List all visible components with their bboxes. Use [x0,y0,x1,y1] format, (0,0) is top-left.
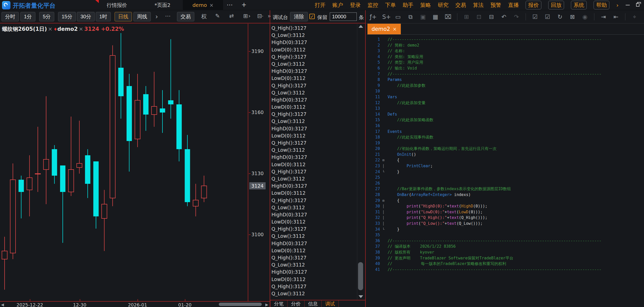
recheck-icon[interactable]: ↻ [557,13,563,20]
code-line-24[interactable]: 24└ } [367,169,644,175]
menu-item-打开[interactable]: 打开 [315,2,325,9]
menu-item-系统[interactable]: 系统 [571,1,587,9]
console-tab-调试[interactable]: 调试 [322,300,339,307]
rights-adjust-icon[interactable]: 权 [201,13,207,20]
candlestick-chart[interactable] [0,24,248,301]
menu-item-交易[interactable]: 交易 [455,2,466,9]
period-button-5分[interactable]: 5分 [39,12,54,21]
menu-item-算法[interactable]: 算法 [473,2,484,9]
price-axis[interactable]: 31903160313031003124 [249,24,270,301]
code-line-12[interactable]: 12 //此处添加变量 [367,100,644,106]
keep-count-input[interactable] [330,12,357,21]
save-all-icon[interactable]: ▦ [432,13,439,20]
periods-expand-icon[interactable]: › [155,13,158,20]
code-line-15[interactable]: 15 //此处添加策略函数 [367,117,644,123]
menu-expand-icon[interactable]: › [616,2,619,8]
menu-item-帮助[interactable]: 帮助 [594,1,609,9]
menu-item-回放[interactable]: 回放 [548,1,564,9]
code-line-19[interactable]: 19 [367,140,644,146]
period-button-15分[interactable]: 15分 [58,12,76,21]
console-output-list[interactable]: Q_High():3127Q_Low():3112HighD(0):3127Lo… [271,24,355,299]
code-line-26[interactable]: 26 [367,180,644,186]
period-button-分时[interactable]: 分时 [2,12,19,21]
period-button-30分[interactable]: 30分 [77,12,95,21]
scroll-left-icon[interactable]: ◀ [1,302,4,307]
console-tab-分笔[interactable]: 分笔 [270,300,287,307]
export-icon[interactable]: ⇤ [613,13,619,20]
code-line-33[interactable]: 33│ print("Q_Low():"+text(Q_Low())); [367,221,644,227]
code-line-35[interactable]: 35 [367,232,644,238]
code-line-34[interactable]: 34└ } [367,227,644,232]
period-button-1分[interactable]: 1分 [20,12,35,21]
code-line-4[interactable]: 4 // 类别: 策略应用 [367,54,644,60]
code-line-36[interactable]: 36 //-----------------------------------… [367,238,644,244]
console-scrollbar[interactable] [357,24,365,300]
code-line-14[interactable]: 14 Defs [367,111,644,117]
menu-item-策略[interactable]: 策略 [420,2,431,9]
compile-icon[interactable]: ☑ [532,13,538,20]
batch-check-icon[interactable]: ⊠ [569,13,576,20]
console-scrollbar-thumb[interactable] [358,262,363,290]
period-button-日线[interactable]: 日线 [115,12,132,21]
menu-item-报价[interactable]: 报价 [526,1,541,9]
period-button-周线[interactable]: 周线 [133,12,151,21]
code-line-10[interactable]: 10 [367,88,644,94]
code-line-7[interactable]: 7 //------------------------------------… [367,71,644,77]
code-line-11[interactable]: 11 Vars [367,94,644,100]
code-line-31[interactable]: 31│ print("LowD(0):"+text(LowD(0))); [367,209,644,215]
code-line-41[interactable]: 41 //-----------------------------------… [367,267,644,273]
chart-expand-icon[interactable]: › [248,13,251,19]
code-line-13[interactable]: 13 [367,106,644,111]
open-folder-icon[interactable]: ▭ [395,13,401,20]
code-line-40[interactable]: 40 // 每一版本的TradeBlazer策略修改和重写的权利 [367,261,644,267]
new-strategy-icon[interactable]: S+ [382,13,389,20]
period-button-1时[interactable]: 1时 [96,12,111,21]
grid-layout-icon[interactable]: ⊞ [243,13,248,19]
code-line-23[interactable]: 23│ PrintClear; [367,163,644,169]
code-line-20[interactable]: 20 //初始化事件函数，策略运行期间，首先运行且只有一次 [367,146,644,152]
periods-ellipsis-icon[interactable]: ⋯ [165,13,171,19]
window-restore-button[interactable] [636,3,639,7]
code-line-9[interactable]: 9 //此处添加参数 [367,83,644,89]
compile-all-icon[interactable]: ☑ [544,13,551,20]
code-line-22[interactable]: 22⊟ { [367,157,644,163]
scroll-right-icon[interactable]: ▶ [265,302,268,307]
tab-more-button[interactable]: ⋯ [227,0,233,10]
menu-item-直播[interactable]: 直播 [508,2,519,9]
code-line-37[interactable]: 37 // 编译版本 2026/1/22 83856 [367,244,644,249]
menu-item-监控[interactable]: 监控 [367,2,378,9]
code-line-17[interactable]: 17 Events [367,129,644,135]
menu-item-下单[interactable]: 下单 [385,2,396,9]
draw-line-icon[interactable]: ✎ [215,13,220,19]
menu-item-账户[interactable]: 账户 [332,2,343,9]
code-line-18[interactable]: 18 //此处实现事件函数 [367,134,644,140]
code-line-30[interactable]: 30│ print("HighD(0):"+text(HighD(0))); [367,203,644,209]
keep-checkbox[interactable]: ✓ [309,14,315,19]
code-line-27[interactable]: 27 //Bar更新事件函数，参数indexs表示变化的数据源图层ID数组 [367,186,644,192]
code-line-8[interactable]: 8 Params [367,77,644,83]
frame-text-icon[interactable]: ⊟ [488,13,495,20]
code-line-32[interactable]: 32│ print("Q_High():"+text(Q_High())); [367,215,644,221]
code-line-29[interactable]: 29⊟ { [367,198,644,204]
chart-double-chevron-icon[interactable]: » [268,13,271,19]
fold-toggle-icon[interactable]: ⊟ [382,198,388,204]
tab-close-icon[interactable]: × [209,2,213,8]
clear-button[interactable]: 清除 [290,12,308,21]
new-function-icon[interactable]: ƒ+ [370,13,376,20]
code-line-6[interactable]: 6 // 输出: Void [367,65,644,71]
scroll-up-icon[interactable] [359,25,363,28]
chart-ellipsis-icon[interactable]: ⋯ [258,13,264,19]
code-line-1[interactable]: 1 //------------------------------------… [367,37,644,43]
fold-toggle-icon[interactable]: ⊟ [382,158,388,163]
page-tab-行情报价[interactable]: 行情报价 [96,0,138,10]
editor-tab-close-icon[interactable]: × [393,26,397,32]
window-minimize-button[interactable] [626,5,630,5]
delete-icon[interactable]: ⌧ [445,13,451,20]
code-editor[interactable]: 1 //------------------------------------… [367,34,644,307]
tab-add-button[interactable]: + [241,0,246,10]
page-tab-demo[interactable]: demo× [183,0,223,10]
code-line-39[interactable]: 39 // 更改声明 TradeBlazer Software保留对TradeB… [367,255,644,261]
code-line-5[interactable]: 5 // 类型: 用户应用 [367,60,644,65]
menu-item-助手[interactable]: 助手 [403,2,413,9]
code-line-3[interactable]: 3 // 名称: [367,48,644,54]
